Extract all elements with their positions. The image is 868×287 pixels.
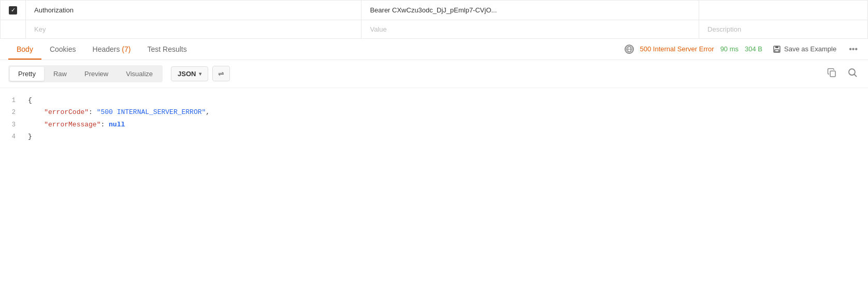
- save-icon: [773, 45, 781, 53]
- line-content-2: "errorCode": "500 INTERNAL_SERVER_ERROR"…: [26, 106, 868, 118]
- json-key-errorcode: "errorCode": [44, 108, 89, 116]
- response-tab-bar: Body Cookies Headers (7) Test Results 50…: [0, 39, 868, 60]
- language-label: JSON: [178, 70, 196, 78]
- code-line-3: 3 "errorMessage": null: [0, 119, 868, 131]
- code-area: 1 { 2 "errorCode": "500 INTERNAL_SERVER_…: [0, 88, 868, 149]
- language-dropdown[interactable]: JSON ▾: [171, 66, 208, 81]
- visualize-label: Visualize: [126, 70, 153, 78]
- line-num-3: 3: [0, 120, 26, 131]
- tab-cookies[interactable]: Cookies: [41, 39, 84, 60]
- tab-cookies-label: Cookies: [50, 45, 76, 53]
- line-content-4: }: [26, 131, 868, 142]
- code-line-2: 2 "errorCode": "500 INTERNAL_SERVER_ERRO…: [0, 106, 868, 119]
- search-icon: [847, 69, 858, 80]
- format-tab-pretty[interactable]: Pretty: [10, 67, 44, 81]
- tabs-left: Body Cookies Headers (7) Test Results: [8, 39, 195, 60]
- auth-value-label: Bearer CXwCzu3odc_DjJ_pEmlp7-CVjO...: [370, 6, 497, 14]
- tab-headers[interactable]: Headers (7): [84, 39, 139, 60]
- status-code-label: 500 Internal Server Error: [640, 45, 714, 53]
- search-button[interactable]: [845, 65, 860, 82]
- format-tab-visualize[interactable]: Visualize: [118, 67, 161, 81]
- json-val-errorcode: "500 INTERNAL_SERVER_ERROR": [97, 108, 206, 116]
- svg-point-7: [849, 69, 855, 75]
- line-num-2: 2: [0, 107, 26, 119]
- pretty-label: Pretty: [18, 70, 36, 78]
- svg-rect-5: [775, 50, 779, 52]
- status-size-label: 304 B: [745, 45, 762, 53]
- wrap-icon: ⇌: [218, 69, 224, 78]
- copy-button[interactable]: [824, 65, 839, 82]
- chevron-down-icon: ▾: [199, 71, 201, 77]
- table-row: ✓ Authorization Bearer CXwCzu3odc_DjJ_pE…: [1, 1, 868, 20]
- save-example-label: Save as Example: [784, 45, 836, 53]
- more-icon: •••: [849, 45, 858, 53]
- value-placeholder-cell: Value: [361, 20, 699, 38]
- code-line-1: 1 {: [0, 94, 868, 107]
- globe-icon: [625, 45, 634, 54]
- desc-placeholder-cell: Description: [699, 20, 868, 38]
- auth-key-cell: Authorization: [26, 1, 361, 20]
- auth-value-cell: Bearer CXwCzu3odc_DjJ_pEmlp7-CVjO...: [361, 1, 699, 20]
- value-placeholder: Value: [370, 25, 386, 33]
- format-tabs: Pretty Raw Preview Visualize: [8, 65, 163, 82]
- toolbar-row: Pretty Raw Preview Visualize JSON ▾ ⇌: [0, 60, 868, 88]
- checkbox-checked: ✓: [9, 6, 17, 15]
- brace-close: }: [28, 133, 32, 140]
- headers-table: ✓ Authorization Bearer CXwCzu3odc_DjJ_pE…: [0, 0, 868, 39]
- svg-rect-6: [830, 71, 835, 77]
- tab-body-label: Body: [17, 45, 33, 53]
- code-line-4: 4 }: [0, 131, 868, 143]
- wrap-button[interactable]: ⇌: [212, 66, 230, 81]
- tabs-right: 500 Internal Server Error 90 ms 304 B Sa…: [625, 42, 860, 56]
- key-placeholder: Key: [34, 25, 46, 33]
- headers-badge: (7): [122, 45, 131, 53]
- format-tab-raw[interactable]: Raw: [45, 67, 75, 81]
- tab-test-results[interactable]: Test Results: [139, 39, 195, 60]
- desc-placeholder: Description: [707, 25, 741, 33]
- key-placeholder-cell: Key: [26, 20, 361, 38]
- json-val-errormessage: null: [109, 121, 125, 128]
- status-time-label: 90 ms: [720, 45, 739, 53]
- tab-headers-label: Headers (7): [93, 45, 131, 53]
- table-row-empty: Key Value Description: [1, 20, 868, 38]
- line-content-3: "errorMessage": null: [26, 119, 868, 131]
- tab-test-results-label: Test Results: [147, 45, 186, 53]
- more-options-button[interactable]: •••: [847, 42, 860, 56]
- preview-label: Preview: [84, 70, 108, 78]
- copy-icon: [827, 69, 837, 80]
- line-content-1: {: [26, 94, 868, 106]
- brace-open: {: [28, 96, 32, 104]
- auth-key-label: Authorization: [34, 6, 74, 14]
- raw-label: Raw: [53, 70, 67, 78]
- toolbar-right: [824, 65, 860, 82]
- empty-checkbox-cell: [1, 20, 26, 38]
- svg-line-8: [855, 74, 857, 77]
- line-num-4: 4: [0, 132, 26, 143]
- line-num-1: 1: [0, 95, 26, 107]
- tab-body[interactable]: Body: [8, 39, 41, 60]
- save-as-example-button[interactable]: Save as Example: [769, 43, 841, 55]
- json-key-errormessage: "errorMessage": [44, 121, 100, 128]
- status-info: 500 Internal Server Error 90 ms 304 B: [625, 45, 762, 54]
- svg-rect-4: [775, 46, 778, 48]
- auth-desc-cell: [699, 1, 868, 20]
- checkbox-cell[interactable]: ✓: [1, 1, 26, 20]
- format-tab-preview[interactable]: Preview: [76, 67, 117, 81]
